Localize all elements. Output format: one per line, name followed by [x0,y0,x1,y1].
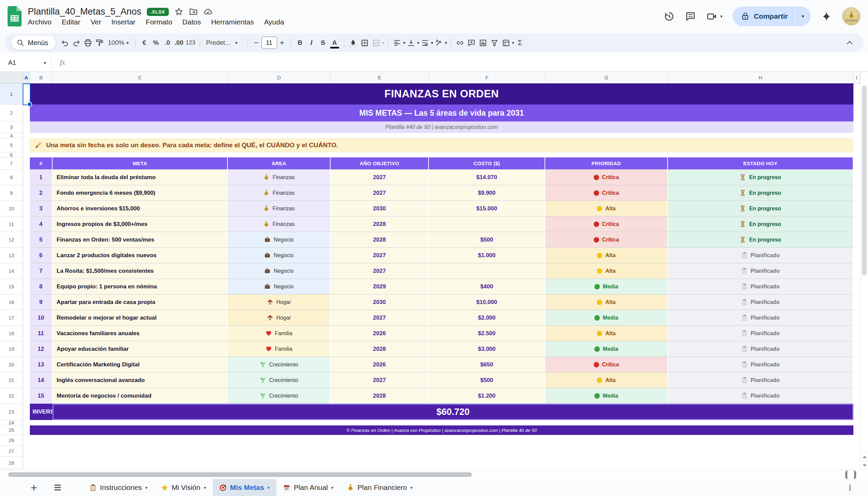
goal-priority-cell[interactable]: Alta [545,263,668,279]
goal-status-cell[interactable]: Planificado [668,372,853,388]
goal-cost-cell[interactable] [429,263,545,279]
column-header-E[interactable]: E [331,72,429,83]
row-header[interactable]: 20 [0,357,23,372]
cell-a[interactable] [23,341,30,357]
goal-status-cell[interactable]: Planificado [668,279,853,294]
strikethrough-button[interactable]: S [317,36,329,49]
goal-meta-cell[interactable]: Eliminar toda la deuda del préstamo [52,170,228,185]
zoom-control[interactable]: 100%▾ [105,39,131,46]
goal-meta-cell[interactable]: Mentoría de negocios / comunidad [52,388,228,404]
goal-meta-cell[interactable]: Equipo propio: 1 persona en nómina [52,279,228,294]
name-box[interactable]: A1 ▾ [0,59,51,66]
cell-a[interactable] [23,216,30,232]
text-rotation-button[interactable] [433,36,445,49]
row-header-26[interactable]: 26 [0,435,23,446]
goal-meta-cell[interactable]: Certificación Marketing Digital [52,357,228,372]
insert-comment-button[interactable] [466,36,477,49]
goal-year-cell[interactable]: 2030 [331,294,429,310]
merge-cells-button[interactable] [371,36,382,49]
empty-row-6[interactable] [30,152,853,157]
row-header-23[interactable]: 23 [0,404,23,420]
cell-a[interactable] [23,248,30,263]
move-folder-icon[interactable] [189,7,198,16]
cell-i[interactable] [853,185,860,201]
vertical-align-button[interactable] [405,36,417,49]
row-header-28[interactable]: 28 [0,456,23,469]
goal-meta-cell[interactable]: Fondo emergencia 6 meses ($9,900) [52,185,228,201]
goal-number-cell[interactable]: 7 [30,263,52,279]
goal-meta-cell[interactable]: Ahorros e inversiones $15,000 [52,201,228,216]
goal-cost-cell[interactable]: $3.000 [429,341,545,357]
row-header-4[interactable]: 4 [0,133,23,138]
header-area[interactable]: ÁREA [228,157,331,170]
goal-year-cell[interactable]: 2026 [331,326,429,341]
goal-area-cell[interactable]: $Finanzas [228,201,331,216]
paint-format-button[interactable] [94,36,105,49]
goal-meta-cell[interactable]: Inglés conversacional avanzado [52,372,228,388]
cell-a6[interactable] [23,152,30,157]
goal-area-cell[interactable]: Familia [228,326,331,341]
goal-number-cell[interactable]: 8 [30,279,52,294]
column-header-B[interactable]: B [30,72,52,83]
row-header[interactable]: 8 [0,170,23,185]
note-cell[interactable]: Una meta sin fecha es solo un deseo. Par… [30,138,853,152]
goal-priority-cell[interactable]: Media [545,341,668,357]
cell-a[interactable] [23,294,30,310]
cell-i3[interactable] [853,122,860,133]
cell-i4[interactable] [853,133,860,138]
more-formats-button[interactable]: 123 [185,36,196,49]
search-menus-button[interactable]: Menús [12,36,55,50]
row-header-5[interactable]: 5 [0,138,23,152]
goal-meta-cell[interactable]: Remodelar o mejorar el hogar actual [52,310,228,326]
goal-year-cell[interactable]: 2028 [331,216,429,232]
goal-number-cell[interactable]: 1 [30,170,52,185]
total-label-cell[interactable]: INVERSIÓN [30,404,52,420]
cell-a[interactable] [23,326,30,341]
comments-icon[interactable] [685,11,696,22]
add-sheet-button[interactable]: + [31,482,37,493]
goal-meta-cell[interactable]: Apartar para entrada de casa propia [52,294,228,310]
borders-button[interactable] [359,36,371,49]
menu-item-datos[interactable]: Datos [182,18,201,26]
increase-decimals-button[interactable]: .00 [173,36,185,49]
menu-item-ver[interactable]: Ver [91,18,101,26]
goal-cost-cell[interactable]: $9.900 [429,185,545,201]
column-header-A[interactable]: A [23,72,30,83]
goal-meta-cell[interactable]: Finanzas en Orden: 500 ventas/mes [52,232,228,248]
footer-cell[interactable]: © Finanzas en Orden | Avanza con Propósi… [30,425,853,435]
goal-number-cell[interactable]: 14 [30,372,52,388]
cell-a2[interactable] [23,105,30,122]
create-filter-button[interactable] [489,36,500,49]
sheet-tab-menu-icon[interactable]: ▾ [268,485,270,490]
goal-meta-cell[interactable]: Lanzar 2 productos digitales nuevos [52,248,228,263]
goal-priority-cell[interactable]: Alta [545,201,668,216]
goal-cost-cell[interactable]: $14.070 [429,170,545,185]
cell-a[interactable] [23,357,30,372]
meet-button[interactable]: ▾ [706,11,723,22]
row-header[interactable]: 15 [0,279,23,294]
row-header-2[interactable]: 2 [0,105,23,122]
goal-status-cell[interactable]: Planificado [668,310,853,326]
cell-i[interactable] [853,372,860,388]
goal-status-cell[interactable]: Planificado [668,341,853,357]
cell-a[interactable] [23,170,30,185]
text-color-button[interactable]: A [329,36,340,49]
cell-a3[interactable] [23,122,30,133]
goal-year-cell[interactable]: 2027 [331,248,429,263]
total-value-cell[interactable]: $60.720 [52,404,853,420]
goal-year-cell[interactable]: 2030 [331,201,429,216]
cell-i[interactable] [853,357,860,372]
row-header[interactable]: 19 [0,341,23,357]
font-size-input[interactable]: 11 [261,37,277,49]
goal-year-cell[interactable]: 2027 [331,185,429,201]
goal-status-cell[interactable]: En progreso [668,232,853,248]
row-header[interactable]: 14 [0,263,23,279]
goal-area-cell[interactable]: $Finanzas [228,185,331,201]
goal-area-cell[interactable]: Negocio [228,232,331,248]
cell-a[interactable] [23,263,30,279]
row-header[interactable]: 11 [0,216,23,232]
cell-i1[interactable] [853,83,860,105]
cell-i[interactable] [853,310,860,326]
cell-a1[interactable] [23,83,30,105]
cell-a[interactable] [23,372,30,388]
